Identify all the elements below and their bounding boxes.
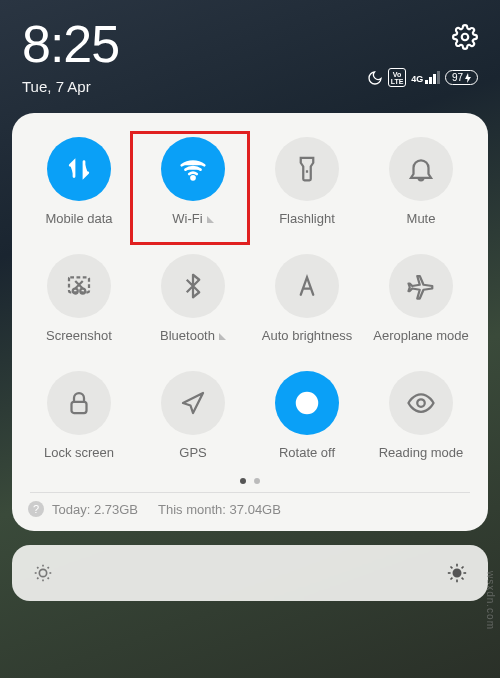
usage-today-value: 2.73GB [94,502,138,517]
svg-line-16 [48,578,49,579]
svg-rect-6 [72,402,87,413]
battery-indicator: 97 [445,70,478,85]
tile-label: Auto brightness [262,328,352,343]
tile-label: Mobile data [45,211,112,226]
svg-line-15 [37,567,38,568]
tile-label: Mute [407,211,436,226]
dnd-moon-icon [367,70,383,86]
tile-bluetooth[interactable]: Bluetooth [136,244,250,355]
expand-icon [207,216,214,223]
usage-month-value: 37.04GB [230,502,281,517]
scissors-icon [47,254,111,318]
tile-mobile-data[interactable]: Mobile data [22,127,136,238]
bluetooth-icon [161,254,225,318]
status-bar: 8:25 Tue, 7 Apr VoLTE 4G 97 [0,0,500,101]
eye-icon [389,371,453,435]
svg-point-4 [73,289,78,294]
divider [30,492,470,493]
bell-icon [389,137,453,201]
wifi-icon [161,137,225,201]
svg-point-9 [417,399,425,407]
tile-label: Reading mode [379,445,464,460]
svg-line-17 [37,578,38,579]
rotate-lock-icon [275,371,339,435]
tile-lock-screen[interactable]: Lock screen [22,361,136,472]
tile-aeroplane-mode[interactable]: Aeroplane mode [364,244,478,355]
mobile-data-icon [47,137,111,201]
svg-point-1 [192,176,195,179]
navigation-icon [161,371,225,435]
tile-label: Lock screen [44,445,114,460]
svg-point-19 [453,569,460,576]
clock-date: Tue, 7 Apr [22,78,119,95]
tile-label: Aeroplane mode [373,328,468,343]
svg-rect-8 [304,403,310,408]
svg-line-26 [450,578,452,580]
tile-rotate-off[interactable]: Rotate off [250,361,364,472]
page-dot-2 [254,478,260,484]
tile-gps[interactable]: GPS [136,361,250,472]
data-usage-row[interactable]: ? Today: 2.73GB This month: 37.04GB [22,501,478,521]
tile-label: Bluetooth [160,328,215,343]
tile-auto-brightness[interactable]: Auto brightness [250,244,364,355]
airplane-icon [389,254,453,318]
lock-icon [47,371,111,435]
tile-label: Screenshot [46,328,112,343]
page-indicator[interactable] [22,472,478,492]
brightness-high-icon [446,562,468,584]
svg-line-25 [462,578,464,580]
svg-point-5 [80,289,85,294]
settings-button[interactable] [452,24,478,54]
svg-line-18 [48,567,49,568]
letter-a-icon [275,254,339,318]
clock-block: 8:25 Tue, 7 Apr [22,18,119,95]
watermark: wsxdn.com [485,571,496,630]
tile-label: GPS [179,445,206,460]
volte-icon: VoLTE [388,68,407,87]
brightness-slider[interactable] [12,545,488,601]
info-icon: ? [28,501,44,517]
page-dot-1 [240,478,246,484]
tile-label: Flashlight [279,211,335,226]
tile-mute[interactable]: Mute [364,127,478,238]
svg-point-0 [462,34,469,41]
flashlight-icon [275,137,339,201]
svg-point-10 [39,569,46,576]
tile-screenshot[interactable]: Screenshot [22,244,136,355]
tile-reading-mode[interactable]: Reading mode [364,361,478,472]
usage-month-label: This month: [158,502,226,517]
clock-time: 8:25 [22,18,119,70]
signal-4g-icon: 4G [411,71,440,84]
svg-line-24 [450,566,452,568]
tile-label: Wi-Fi [172,211,202,226]
brightness-low-icon [32,562,54,584]
quick-settings-panel: Mobile data Wi-Fi Flashlight Mute Screen [12,113,488,531]
tile-label: Rotate off [279,445,335,460]
tile-flashlight[interactable]: Flashlight [250,127,364,238]
usage-today-label: Today: [52,502,90,517]
svg-line-27 [462,566,464,568]
status-icons: VoLTE 4G 97 [367,68,478,87]
tile-wifi[interactable]: Wi-Fi [136,127,250,238]
expand-icon [219,333,226,340]
